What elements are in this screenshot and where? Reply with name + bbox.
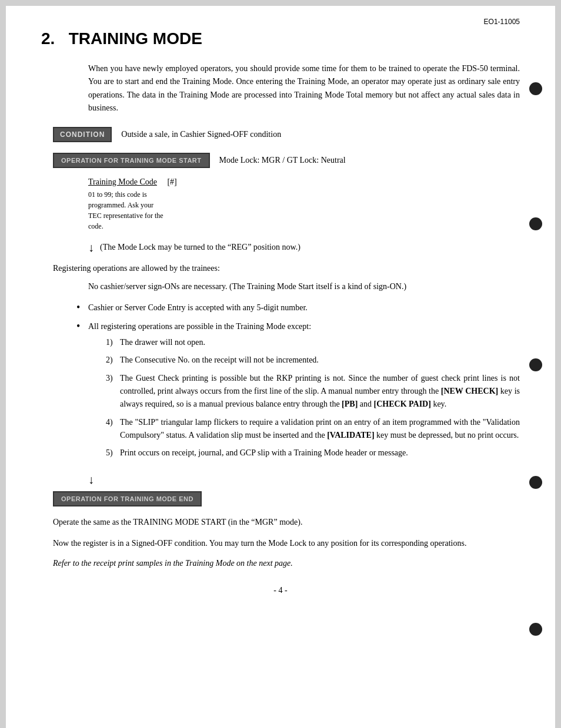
mode-lock-text: Mode Lock: MGR / GT Lock: Neutral [219, 156, 346, 165]
operation-start-badge: OPERATION FOR TRAINING MODE START [53, 153, 210, 168]
num-3: 3) [106, 372, 120, 385]
numbered-item-3: 3) The Guest Check printing is possible … [106, 372, 520, 411]
bullet-content-2: All registering operations are possible … [88, 320, 520, 465]
bullet-dot-1: • [76, 301, 88, 314]
reg-note-text: (The Mode Lock may be turned to the “REG… [100, 243, 300, 252]
condition-badge: CONDITION [53, 127, 112, 142]
bullet-list: • Cashier or Server Code Entry is accept… [76, 301, 520, 465]
training-code-label: Training Mode Code [88, 177, 157, 186]
num-5: 5) [106, 447, 120, 459]
numbered-item-5: 5) Print occurs on receipt, journal, and… [106, 447, 520, 459]
bullet-dot-2: • [76, 320, 88, 333]
section-heading: TRAINING MODE [69, 29, 202, 48]
numbered-item-1: 1) The drawer will not open. [106, 336, 520, 349]
bullet-content-1: Cashier or Server Code Entry is accepted… [88, 301, 520, 314]
refer-text: Refer to the receipt print samples in th… [53, 559, 520, 568]
training-code-key: [#] [167, 177, 176, 186]
num-content-4: The "SLIP" triangular lamp flickers to r… [120, 416, 520, 442]
num-content-5: Print occurs on receipt, journal, and GC… [120, 447, 520, 459]
operation-end-row: OPERATION FOR TRAINING MODE END [53, 491, 520, 506]
page: EO1-11005 2. TRAINING MODE When you have… [6, 6, 555, 728]
end-arrow-row: ↓ [88, 473, 520, 487]
num-content-3: The Guest Check printing is possible but… [120, 372, 520, 411]
side-bullet-4 [529, 476, 542, 489]
training-code-line: Training Mode Code [#] [88, 177, 520, 187]
section-number: 2. [41, 29, 55, 48]
numbered-item-2: 2) The Consecutive No. on the receipt wi… [106, 354, 520, 367]
condition-row: CONDITION Outside a sale, in Cashier Sig… [53, 127, 520, 142]
operate-same-text: Operate the same as the TRAINING MODE ST… [53, 516, 520, 529]
side-bullet-1 [529, 82, 542, 95]
side-bullet-3 [529, 358, 542, 371]
bullet-item-2: • All registering operations are possibl… [76, 320, 520, 465]
training-code-note: 01 to 99; this code is programmed. Ask y… [88, 189, 520, 232]
num-2: 2) [106, 354, 120, 367]
condition-text: Outside a sale, in Cashier Signed-OFF co… [121, 130, 281, 139]
section-title: 2. TRAINING MODE [41, 29, 520, 48]
num-1: 1) [106, 336, 120, 349]
bullet-2-text: All registering operations are possible … [88, 320, 520, 333]
reg-arrow: ↓ [88, 241, 94, 254]
now-register-text: Now the register is in a Signed-OFF cond… [53, 537, 520, 550]
operation-end-badge: OPERATION FOR TRAINING MODE END [53, 491, 202, 506]
training-code-block: Training Mode Code [#] 01 to 99; this co… [88, 177, 520, 232]
side-bullet-2 [529, 217, 542, 230]
intro-paragraph: When you have newly employed operators, … [88, 62, 520, 115]
indented-text: No cashier/server sign-ONs are necessary… [88, 280, 520, 293]
num-4: 4) [106, 416, 120, 429]
reg-note-row: ↓ (The Mode Lock may be turned to the “R… [88, 241, 520, 254]
numbered-list: 1) The drawer will not open. 2) The Cons… [106, 336, 520, 460]
num-content-2: The Consecutive No. on the receipt will … [120, 354, 520, 367]
side-bullet-5 [529, 623, 542, 636]
indented-block: No cashier/server sign-ONs are necessary… [88, 280, 520, 293]
numbered-item-4: 4) The "SLIP" triangular lamp flickers t… [106, 416, 520, 442]
operation-start-row: OPERATION FOR TRAINING MODE START Mode L… [53, 153, 520, 168]
end-arrow: ↓ [88, 473, 94, 486]
bullet-item-1: • Cashier or Server Code Entry is accept… [76, 301, 520, 314]
page-number: - 4 - [41, 586, 520, 595]
doc-number: EO1-11005 [484, 18, 520, 26]
num-content-1: The drawer will not open. [120, 336, 520, 349]
registering-label: Registering operations are allowed by th… [53, 264, 520, 273]
